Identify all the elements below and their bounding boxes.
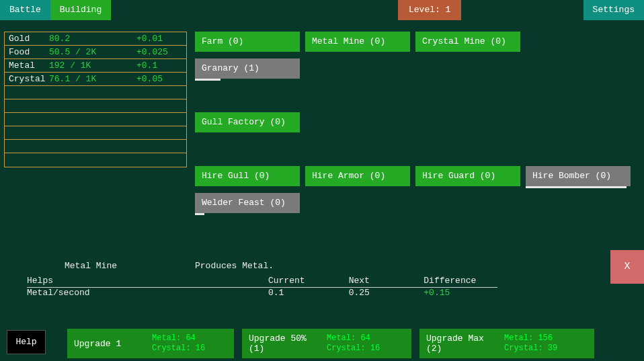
resource-rate: +0.1: [136, 59, 182, 72]
upgrade-button[interactable]: Upgrade Max (2)Metal: 156Crystal: 39: [419, 329, 594, 358]
resource-name: Food: [9, 46, 49, 58]
resource-row-empty: [5, 86, 186, 99]
progress-bar: [195, 213, 204, 215]
detail-header-next: Next: [349, 276, 424, 286]
settings-button[interactable]: Settings: [583, 0, 644, 20]
detail-header-diff: Difference: [424, 276, 497, 286]
resource-name: Crystal: [9, 73, 49, 85]
resource-name: Metal: [9, 59, 49, 72]
building-button[interactable]: Hire Guard (0): [415, 166, 520, 186]
building-label: Farm (0): [202, 36, 243, 46]
upgrade-label: Upgrade Max (2): [426, 333, 504, 354]
upgrade-cost: Metal: 64Crystal: 16: [327, 333, 380, 354]
resource-value: 50.5 / 2K: [49, 46, 136, 58]
resource-row: Gold 80.2 +0.01: [5, 32, 186, 46]
building-button[interactable]: Metal Mine (0): [305, 32, 410, 52]
building-label: Hire Bomber (0): [532, 171, 611, 181]
help-button[interactable]: Help: [7, 330, 46, 354]
level-indicator: Level: 1: [398, 0, 461, 20]
upgrade-label: Upgrade 50% (1): [249, 333, 327, 354]
resource-name: Gold: [9, 32, 49, 45]
detail-description: Produces Metal.: [195, 261, 274, 271]
detail-stat-diff: +0.15: [424, 288, 497, 298]
building-label: Hire Guard (0): [422, 171, 495, 181]
building-button[interactable]: Hire Armor (0): [305, 166, 410, 186]
resource-value: 80.2: [49, 32, 136, 45]
resource-row-empty: [5, 113, 186, 126]
building-button[interactable]: Gull Factory (0): [195, 112, 300, 132]
upgrade-cost: Metal: 156Crystal: 39: [504, 333, 557, 354]
building-label: Granary (1): [202, 63, 259, 73]
detail-stat-name: Metal/second: [27, 288, 268, 298]
resource-row: Crystal 76.1 / 1K +0.05: [5, 73, 186, 86]
resource-rate: +0.025: [136, 46, 182, 58]
detail-title: Metal Mine: [65, 261, 117, 271]
building-button[interactable]: Hire Gull (0): [195, 166, 300, 186]
tab-building[interactable]: Building: [50, 0, 111, 20]
resource-row-empty: [5, 140, 186, 153]
building-label: Welder Feast (0): [202, 198, 286, 208]
building-button[interactable]: Farm (0): [195, 32, 300, 52]
detail-header-current: Current: [268, 276, 349, 286]
building-label: Hire Gull (0): [202, 171, 270, 181]
building-label: Hire Armor (0): [312, 171, 385, 181]
resource-row-empty: [5, 99, 186, 113]
detail-stat-next: 0.25: [349, 288, 424, 298]
resource-rate: +0.05: [136, 73, 182, 85]
building-label: Crystal Mine (0): [422, 36, 506, 46]
resource-row: Food 50.5 / 2K +0.025: [5, 46, 186, 59]
upgrade-button[interactable]: Upgrade 50% (1)Metal: 64Crystal: 16: [242, 329, 411, 358]
upgrade-label: Upgrade 1: [74, 339, 152, 349]
tab-battle[interactable]: Battle: [0, 0, 50, 20]
resource-row-empty: [5, 153, 186, 167]
building-label: Metal Mine (0): [312, 36, 385, 46]
resource-panel: Gold 80.2 +0.01 Food 50.5 / 2K +0.025 Me…: [4, 32, 187, 167]
resource-value: 192 / 1K: [49, 59, 136, 72]
resource-row: Metal 192 / 1K +0.1: [5, 59, 186, 73]
building-button[interactable]: Welder Feast (0): [195, 193, 300, 213]
building-button[interactable]: Crystal Mine (0): [415, 32, 520, 52]
progress-bar: [195, 79, 220, 81]
resource-value: 76.1 / 1K: [49, 73, 136, 85]
resource-row-empty: [5, 126, 186, 140]
progress-bar: [526, 186, 627, 188]
detail-stat-current: 0.1: [268, 288, 349, 298]
building-label: Gull Factory (0): [202, 117, 286, 127]
resource-rate: +0.01: [136, 32, 182, 45]
building-button[interactable]: Hire Bomber (0): [526, 166, 631, 186]
upgrade-cost: Metal: 64Crystal: 16: [152, 333, 205, 354]
upgrade-button[interactable]: Upgrade 1Metal: 64Crystal: 16: [67, 329, 234, 358]
close-button[interactable]: X: [610, 250, 644, 284]
building-button[interactable]: Granary (1): [195, 58, 300, 79]
detail-header-helps: Helps: [27, 276, 268, 286]
